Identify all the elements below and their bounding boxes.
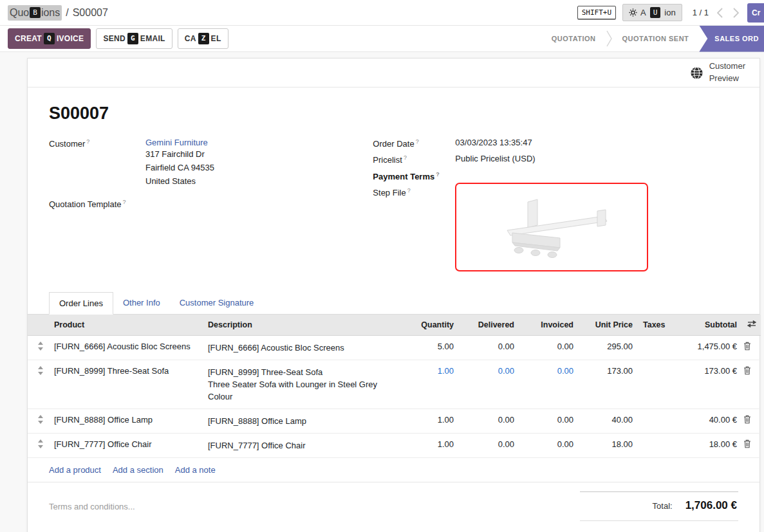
breadcrumb-section-pre: Quo <box>10 7 29 19</box>
tab-other-info[interactable]: Other Info <box>113 292 170 315</box>
order-date-value[interactable]: 03/03/2023 13:35:47 <box>455 138 532 149</box>
trash-icon[interactable] <box>743 342 751 351</box>
taxes-column-header: Taxes <box>638 315 667 336</box>
delivered-cell[interactable]: 0.00 <box>459 433 519 457</box>
add-product-link[interactable]: Add a product <box>49 465 101 475</box>
order-line-row-4: [FURN_7777] Office Chair [FURN_7777] Off… <box>28 433 761 457</box>
add-note-link[interactable]: Add a note <box>175 465 216 475</box>
description-cell[interactable]: [FURN_6666] Acoustic Bloc Screens <box>203 335 404 360</box>
pager-next-button[interactable] <box>731 8 741 18</box>
optional-columns-header <box>742 315 761 336</box>
tab-customer-signature[interactable]: Customer Signature <box>170 292 264 315</box>
invoiced-cell[interactable]: 0.00 <box>519 408 579 433</box>
send-email-button[interactable]: SEND G EMAIL <box>96 28 172 49</box>
cad-model-image <box>478 193 626 261</box>
stage-separator-icon <box>606 30 612 47</box>
table-header-row: Product Description Quantity Delivered I… <box>28 315 761 336</box>
stage-sales-order-active[interactable]: SALES ORD <box>699 26 764 52</box>
create-invoice-button[interactable]: CREAT Q IVOICE <box>8 28 91 49</box>
quantity-cell[interactable]: 1.00 <box>404 360 459 408</box>
handle-cell <box>28 360 49 408</box>
help-icon: ? <box>404 154 407 161</box>
unit-price-cell[interactable]: 173.00 <box>579 360 638 408</box>
sheet-header: Customer Preview <box>28 59 759 87</box>
gear-icon <box>629 8 637 17</box>
product-cell[interactable]: [FURN_8888] Office Lamp <box>49 408 203 433</box>
optional-columns-button[interactable] <box>747 320 756 327</box>
line-add-links: Add a product Add a section Add a note <box>28 458 759 482</box>
quantity-cell[interactable]: 5.00 <box>404 335 459 360</box>
pager-previous-button[interactable] <box>715 8 725 18</box>
tab-order-lines[interactable]: Order Lines <box>49 292 113 315</box>
odoo-app: Quo B ions / S00007 SHIFT+U <box>0 0 764 532</box>
unit-price-cell[interactable]: 18.00 <box>579 433 638 457</box>
trash-icon[interactable] <box>743 366 751 375</box>
taxes-cell[interactable] <box>638 360 667 408</box>
drag-handle-icon[interactable] <box>37 415 44 424</box>
action-menu-button[interactable]: A U ion <box>622 4 682 21</box>
unit-price-cell[interactable]: 40.00 <box>579 408 638 433</box>
step-file-field-row: Step File? <box>373 187 738 271</box>
create-invoice-label-post: IVOICE <box>57 34 84 43</box>
customer-preview-button[interactable]: Customer Preview <box>676 60 759 85</box>
invoiced-cell[interactable]: 0.00 <box>519 335 579 360</box>
delivered-cell[interactable]: 0.00 <box>459 335 519 360</box>
drag-handle-icon[interactable] <box>37 342 44 351</box>
description-cell[interactable]: [FURN_7777] Office Chair <box>203 433 404 457</box>
control-bar: CREAT Q IVOICE SEND G EMAIL CA Z EL QUOT… <box>0 26 764 52</box>
invoiced-cell[interactable]: 0.00 <box>519 360 579 408</box>
trash-icon[interactable] <box>743 439 751 448</box>
optional-columns-icon <box>747 320 756 327</box>
sheet-footer: Terms and conditions... Total: 1,706.00 … <box>28 482 759 532</box>
total-label: Total: <box>653 501 673 511</box>
stage-quotation[interactable]: QUOTATION <box>541 35 606 42</box>
taxes-cell[interactable] <box>638 408 667 433</box>
pricelist-value[interactable]: Public Pricelist (USD) <box>455 154 535 165</box>
unit-price-cell[interactable]: 295.00 <box>579 335 638 360</box>
delivered-column-header: Delivered <box>459 315 519 336</box>
trash-icon[interactable] <box>743 415 751 424</box>
help-icon: ? <box>86 138 89 145</box>
description-cell[interactable]: [FURN_8999] Three-Seat Sofa Three Seater… <box>203 360 404 408</box>
delivered-cell[interactable]: 0.00 <box>459 360 519 408</box>
customer-label: Customer? <box>49 138 145 188</box>
delete-line-cell <box>742 335 761 360</box>
taxes-cell[interactable] <box>638 335 667 360</box>
add-section-link[interactable]: Add a section <box>113 465 163 475</box>
payment-terms-label: Payment Terms? <box>373 170 455 181</box>
invoiced-cell[interactable]: 0.00 <box>519 433 579 457</box>
quantity-cell[interactable]: 1.00 <box>404 433 459 457</box>
order-lines-table: Product Description Quantity Delivered I… <box>28 315 761 458</box>
drag-handle-icon[interactable] <box>37 439 44 448</box>
description-cell[interactable]: [FURN_8888] Office Lamp <box>203 408 404 433</box>
stage-quotation-sent[interactable]: QUOTATION SENT <box>612 35 700 42</box>
order-line-row-2: [FURN_8999] Three-Seat Sofa [FURN_8999] … <box>28 360 761 408</box>
terms-placeholder[interactable]: Terms and conditions... <box>49 491 135 521</box>
subtotal-cell: 173.00 € <box>667 360 742 408</box>
product-cell[interactable]: [FURN_6666] Acoustic Bloc Screens <box>49 335 203 360</box>
total-amount: 1,706.00 € <box>685 499 737 512</box>
sale-order-sheet: Customer Preview S00007 Customer? Gemini… <box>27 58 760 532</box>
help-icon: ? <box>436 171 440 178</box>
cancel-button[interactable]: CA Z EL <box>178 28 228 49</box>
order-line-row-3: [FURN_8888] Office Lamp [FURN_8888] Offi… <box>28 408 761 433</box>
product-cell[interactable]: [FURN_8999] Three-Seat Sofa <box>49 360 203 408</box>
handle-column-header <box>28 315 49 336</box>
drag-handle-icon[interactable] <box>37 366 44 375</box>
product-column-header: Product <box>49 315 203 336</box>
create-invoice-label-pre: CREAT <box>15 34 42 43</box>
step-file-image[interactable] <box>455 183 648 271</box>
product-cell[interactable]: [FURN_7777] Office Chair <box>49 433 203 457</box>
breadcrumb-quotations-link[interactable]: Quo B ions <box>8 5 62 21</box>
delivered-cell[interactable]: 0.00 <box>459 408 519 433</box>
cancel-label-pre: CA <box>185 34 196 43</box>
help-icon: ? <box>407 187 411 194</box>
quantity-column-header: Quantity <box>404 315 459 336</box>
help-icon: ? <box>416 138 419 145</box>
globe-icon <box>690 66 703 80</box>
create-button[interactable]: Cr <box>747 3 764 23</box>
customer-name-link[interactable]: Gemini Furniture <box>145 138 214 147</box>
quantity-cell[interactable]: 1.00 <box>404 408 459 433</box>
shortcut-key-g: G <box>127 33 138 44</box>
taxes-cell[interactable] <box>638 433 667 457</box>
